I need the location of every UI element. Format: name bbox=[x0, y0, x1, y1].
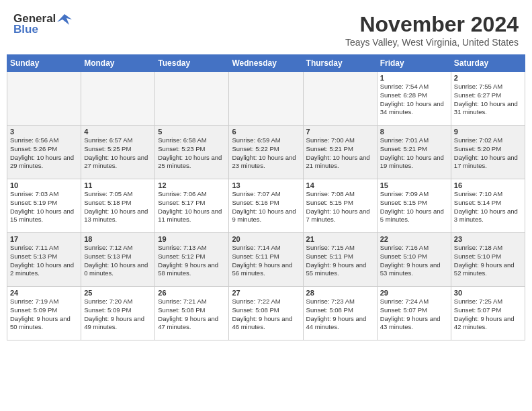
day-number: 8 bbox=[380, 128, 448, 136]
day-number: 22 bbox=[380, 235, 448, 243]
calendar-day-cell: 6Sunrise: 6:59 AM Sunset: 5:22 PM Daylig… bbox=[229, 126, 303, 179]
day-info: Sunrise: 7:13 AM Sunset: 5:12 PM Dayligh… bbox=[158, 244, 226, 278]
day-info: Sunrise: 7:00 AM Sunset: 5:21 PM Dayligh… bbox=[306, 136, 374, 171]
calendar-day-cell: 14Sunrise: 7:08 AM Sunset: 5:15 PM Dayli… bbox=[303, 179, 377, 233]
day-number: 29 bbox=[380, 289, 448, 297]
calendar-day-cell: 3Sunrise: 6:56 AM Sunset: 5:26 PM Daylig… bbox=[7, 126, 81, 179]
day-info: Sunrise: 7:20 AM Sunset: 5:09 PM Dayligh… bbox=[84, 298, 152, 332]
day-info: Sunrise: 7:22 AM Sunset: 5:08 PM Dayligh… bbox=[232, 298, 300, 332]
page-header: General Blue November 2024 Teays Valley,… bbox=[7, 7, 525, 50]
day-info: Sunrise: 7:10 AM Sunset: 5:14 PM Dayligh… bbox=[454, 190, 522, 224]
day-info: Sunrise: 7:08 AM Sunset: 5:15 PM Dayligh… bbox=[306, 190, 374, 224]
weekday-header-monday: Monday bbox=[81, 55, 155, 72]
day-number: 28 bbox=[306, 289, 374, 297]
calendar-week-row: 24Sunrise: 7:19 AM Sunset: 5:09 PM Dayli… bbox=[7, 287, 525, 340]
logo-bird-icon bbox=[57, 13, 72, 25]
day-info: Sunrise: 7:21 AM Sunset: 5:08 PM Dayligh… bbox=[158, 298, 226, 332]
calendar-day-cell: 1Sunrise: 7:54 AM Sunset: 6:28 PM Daylig… bbox=[377, 72, 451, 126]
calendar-header-row: SundayMondayTuesdayWednesdayThursdayFrid… bbox=[7, 55, 525, 72]
day-info: Sunrise: 7:25 AM Sunset: 5:07 PM Dayligh… bbox=[454, 298, 522, 332]
weekday-header-thursday: Thursday bbox=[303, 55, 377, 72]
calendar-day-cell: 29Sunrise: 7:24 AM Sunset: 5:07 PM Dayli… bbox=[377, 287, 451, 340]
day-number: 3 bbox=[10, 128, 78, 136]
day-number: 18 bbox=[84, 235, 152, 243]
calendar-table: SundayMondayTuesdayWednesdayThursdayFrid… bbox=[7, 54, 525, 340]
day-info: Sunrise: 7:12 AM Sunset: 5:13 PM Dayligh… bbox=[84, 244, 152, 278]
day-info: Sunrise: 7:14 AM Sunset: 5:11 PM Dayligh… bbox=[232, 244, 300, 278]
day-info: Sunrise: 7:24 AM Sunset: 5:07 PM Dayligh… bbox=[380, 298, 448, 332]
calendar-day-cell: 9Sunrise: 7:02 AM Sunset: 5:20 PM Daylig… bbox=[451, 126, 525, 179]
day-number: 4 bbox=[84, 128, 152, 136]
calendar-day-cell: 16Sunrise: 7:10 AM Sunset: 5:14 PM Dayli… bbox=[451, 179, 525, 233]
day-info: Sunrise: 7:54 AM Sunset: 6:28 PM Dayligh… bbox=[380, 83, 448, 117]
calendar-day-cell bbox=[303, 72, 377, 126]
calendar-day-cell: 13Sunrise: 7:07 AM Sunset: 5:16 PM Dayli… bbox=[229, 179, 303, 233]
calendar-day-cell: 22Sunrise: 7:16 AM Sunset: 5:10 PM Dayli… bbox=[377, 233, 451, 287]
logo-blue-text: Blue bbox=[13, 23, 38, 36]
day-number: 20 bbox=[232, 235, 300, 243]
day-info: Sunrise: 7:19 AM Sunset: 5:09 PM Dayligh… bbox=[10, 298, 78, 332]
calendar-week-row: 1Sunrise: 7:54 AM Sunset: 6:28 PM Daylig… bbox=[7, 72, 525, 126]
day-number: 5 bbox=[158, 128, 226, 136]
day-number: 30 bbox=[454, 289, 522, 297]
title-block: November 2024 Teays Valley, West Virgini… bbox=[345, 12, 519, 48]
calendar-day-cell bbox=[7, 72, 81, 126]
weekday-header-wednesday: Wednesday bbox=[229, 55, 303, 72]
day-number: 26 bbox=[158, 289, 226, 297]
calendar-day-cell: 4Sunrise: 6:57 AM Sunset: 5:25 PM Daylig… bbox=[81, 126, 155, 179]
calendar-day-cell: 24Sunrise: 7:19 AM Sunset: 5:09 PM Dayli… bbox=[7, 287, 81, 340]
calendar-day-cell: 20Sunrise: 7:14 AM Sunset: 5:11 PM Dayli… bbox=[229, 233, 303, 287]
day-info: Sunrise: 7:07 AM Sunset: 5:16 PM Dayligh… bbox=[232, 190, 300, 224]
day-info: Sunrise: 6:56 AM Sunset: 5:26 PM Dayligh… bbox=[10, 136, 78, 171]
calendar-day-cell: 19Sunrise: 7:13 AM Sunset: 5:12 PM Dayli… bbox=[155, 233, 229, 287]
calendar-day-cell: 17Sunrise: 7:11 AM Sunset: 5:13 PM Dayli… bbox=[7, 233, 81, 287]
day-number: 1 bbox=[380, 74, 448, 82]
calendar-day-cell bbox=[81, 72, 155, 126]
day-number: 16 bbox=[454, 181, 522, 189]
location-title: Teays Valley, West Virginia, United Stat… bbox=[345, 37, 519, 48]
day-number: 19 bbox=[158, 235, 226, 243]
calendar-day-cell: 25Sunrise: 7:20 AM Sunset: 5:09 PM Dayli… bbox=[81, 287, 155, 340]
day-number: 24 bbox=[10, 289, 78, 297]
calendar-day-cell: 15Sunrise: 7:09 AM Sunset: 5:15 PM Dayli… bbox=[377, 179, 451, 233]
day-info: Sunrise: 7:15 AM Sunset: 5:11 PM Dayligh… bbox=[306, 244, 374, 278]
day-info: Sunrise: 6:59 AM Sunset: 5:22 PM Dayligh… bbox=[232, 136, 300, 171]
logo: General Blue bbox=[13, 12, 72, 36]
day-number: 15 bbox=[380, 181, 448, 189]
day-number: 12 bbox=[158, 181, 226, 189]
calendar-week-row: 10Sunrise: 7:03 AM Sunset: 5:19 PM Dayli… bbox=[7, 179, 525, 233]
day-number: 25 bbox=[84, 289, 152, 297]
day-number: 13 bbox=[232, 181, 300, 189]
day-number: 7 bbox=[306, 128, 374, 136]
calendar-day-cell: 30Sunrise: 7:25 AM Sunset: 5:07 PM Dayli… bbox=[451, 287, 525, 340]
day-number: 17 bbox=[10, 235, 78, 243]
weekday-header-saturday: Saturday bbox=[451, 55, 525, 72]
weekday-header-tuesday: Tuesday bbox=[155, 55, 229, 72]
calendar-day-cell: 11Sunrise: 7:05 AM Sunset: 5:18 PM Dayli… bbox=[81, 179, 155, 233]
day-number: 9 bbox=[454, 128, 522, 136]
calendar-day-cell: 27Sunrise: 7:22 AM Sunset: 5:08 PM Dayli… bbox=[229, 287, 303, 340]
calendar-day-cell: 21Sunrise: 7:15 AM Sunset: 5:11 PM Dayli… bbox=[303, 233, 377, 287]
weekday-header-sunday: Sunday bbox=[7, 55, 81, 72]
calendar-day-cell: 26Sunrise: 7:21 AM Sunset: 5:08 PM Dayli… bbox=[155, 287, 229, 340]
day-info: Sunrise: 7:11 AM Sunset: 5:13 PM Dayligh… bbox=[10, 244, 78, 278]
svg-marker-0 bbox=[57, 14, 72, 25]
day-info: Sunrise: 7:55 AM Sunset: 6:27 PM Dayligh… bbox=[454, 83, 522, 117]
day-info: Sunrise: 7:02 AM Sunset: 5:20 PM Dayligh… bbox=[454, 136, 522, 171]
day-info: Sunrise: 7:16 AM Sunset: 5:10 PM Dayligh… bbox=[380, 244, 448, 278]
day-info: Sunrise: 7:06 AM Sunset: 5:17 PM Dayligh… bbox=[158, 190, 226, 224]
calendar-day-cell: 8Sunrise: 7:01 AM Sunset: 5:21 PM Daylig… bbox=[377, 126, 451, 179]
calendar-day-cell bbox=[155, 72, 229, 126]
calendar-day-cell: 5Sunrise: 6:58 AM Sunset: 5:23 PM Daylig… bbox=[155, 126, 229, 179]
day-number: 14 bbox=[306, 181, 374, 189]
day-info: Sunrise: 7:05 AM Sunset: 5:18 PM Dayligh… bbox=[84, 190, 152, 224]
day-info: Sunrise: 6:57 AM Sunset: 5:25 PM Dayligh… bbox=[84, 136, 152, 171]
day-number: 6 bbox=[232, 128, 300, 136]
calendar-day-cell: 7Sunrise: 7:00 AM Sunset: 5:21 PM Daylig… bbox=[303, 126, 377, 179]
day-number: 2 bbox=[454, 74, 522, 82]
calendar-week-row: 3Sunrise: 6:56 AM Sunset: 5:26 PM Daylig… bbox=[7, 126, 525, 179]
day-info: Sunrise: 6:58 AM Sunset: 5:23 PM Dayligh… bbox=[158, 136, 226, 171]
day-info: Sunrise: 7:18 AM Sunset: 5:10 PM Dayligh… bbox=[454, 244, 522, 278]
day-number: 10 bbox=[10, 181, 78, 189]
weekday-header-friday: Friday bbox=[377, 55, 451, 72]
